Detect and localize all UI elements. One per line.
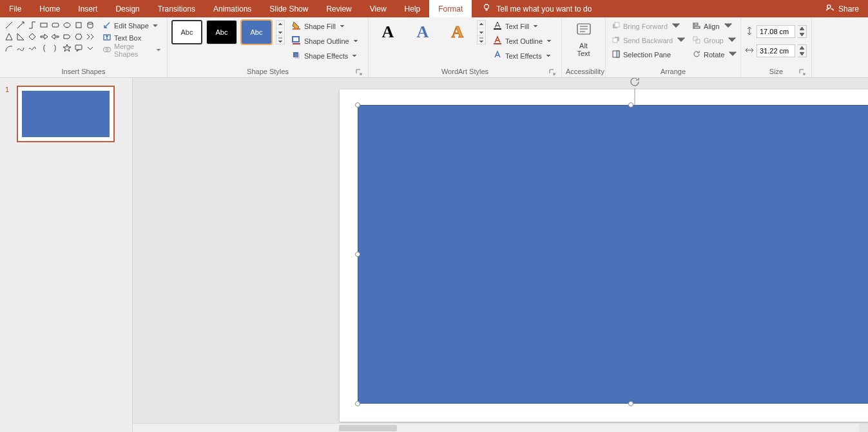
merge-shapes-button: Merge Shapes — [101, 44, 163, 56]
shape-hexagon-icon[interactable] — [73, 32, 84, 42]
slide-canvas-area[interactable] — [133, 78, 868, 432]
spinner-down-icon[interactable] — [798, 32, 806, 37]
wordart-preset-3[interactable]: A — [442, 20, 473, 44]
wordart-gallery-scroll[interactable] — [477, 20, 486, 44]
wordart-preset-2[interactable]: A — [407, 20, 438, 44]
shape-rtriangle-icon[interactable] — [15, 32, 26, 42]
shape-effects-button[interactable]: Shape Effects — [290, 50, 360, 62]
tab-help[interactable]: Help — [396, 0, 430, 17]
resize-handle-tm[interactable] — [628, 102, 633, 108]
rotate-label: Rotate — [704, 51, 724, 59]
shape-styles-gallery[interactable]: Abc Abc Abc — [171, 20, 272, 44]
gallery-up-icon[interactable] — [477, 21, 485, 28]
shape-chevron-icon[interactable] — [85, 32, 95, 42]
workspace: 1 — [0, 78, 868, 432]
horizontal-scrollbar[interactable] — [133, 423, 859, 432]
align-button[interactable]: Align — [690, 20, 739, 33]
resize-handle-bl[interactable] — [355, 401, 360, 406]
spinner-up-icon[interactable] — [798, 26, 806, 32]
selected-rectangle-shape[interactable] — [358, 105, 868, 404]
resize-handle-ml[interactable] — [355, 252, 360, 257]
shape-curve-icon[interactable] — [15, 43, 26, 53]
shape-pentagon-icon[interactable] — [62, 32, 72, 42]
shapes-gallery[interactable] — [4, 20, 95, 53]
text-fill-button[interactable]: Text Fill — [491, 20, 553, 33]
resize-handle-bm[interactable] — [628, 401, 633, 406]
svg-rect-2 — [41, 23, 47, 27]
selection-pane-button[interactable]: Selection Pane — [610, 48, 688, 61]
group-label: Group — [704, 37, 724, 44]
shape-cylinder-icon[interactable] — [85, 20, 95, 30]
spinner-up-icon[interactable] — [798, 45, 806, 51]
edit-shape-button[interactable]: Edit Shape — [101, 20, 163, 32]
rotate-button[interactable]: Rotate — [690, 48, 739, 61]
group-arrange: Bring Forward Send Backward Selection Pa… — [606, 17, 741, 77]
text-outline-button[interactable]: Text Outline — [491, 35, 553, 48]
tab-slideshow[interactable]: Slide Show — [260, 0, 317, 17]
dialog-launcher-icon[interactable] — [798, 68, 806, 76]
shape-connector-icon[interactable] — [27, 20, 37, 30]
lightbulb-icon — [482, 3, 491, 14]
svg-point-1 — [827, 5, 831, 8]
slide-thumbnail-1[interactable] — [17, 86, 115, 142]
slide[interactable] — [340, 89, 868, 422]
gallery-more-icon[interactable] — [276, 36, 284, 44]
share-button[interactable]: Share — [816, 0, 868, 17]
spinner-down-icon[interactable] — [798, 51, 806, 57]
tab-review[interactable]: Review — [317, 0, 360, 17]
gallery-scroll[interactable] — [276, 20, 285, 44]
width-spinner[interactable] — [798, 44, 807, 57]
chevron-down-icon — [156, 46, 161, 54]
shape-more-chevron-icon[interactable] — [85, 43, 95, 53]
shape-triangle-icon[interactable] — [4, 32, 14, 42]
wordart-gallery[interactable]: A A A — [372, 20, 473, 44]
shape-roundrect-icon[interactable] — [50, 20, 61, 30]
alt-text-button[interactable]: Alt Text — [571, 20, 597, 59]
shape-arrow-right-icon[interactable] — [39, 32, 49, 42]
tell-me-search[interactable]: Tell me what you want to do — [472, 0, 592, 17]
tab-format[interactable]: Format — [429, 0, 472, 17]
shape-outline-button[interactable]: Shape Outline — [290, 35, 360, 48]
chevron-down-icon — [533, 23, 538, 30]
scrollbar-thumb[interactable] — [339, 425, 397, 431]
dialog-launcher-icon[interactable] — [548, 68, 556, 76]
tab-view[interactable]: View — [361, 0, 396, 17]
shape-rect-icon[interactable] — [39, 20, 49, 30]
slide-thumbnail-panel: 1 — [0, 78, 133, 432]
gallery-down-icon[interactable] — [477, 28, 485, 36]
text-effects-button[interactable]: Text Effects — [491, 50, 553, 62]
shape-diamond-icon[interactable] — [27, 32, 37, 42]
shape-brace2-icon[interactable] — [50, 43, 61, 53]
shape-arc-icon[interactable] — [4, 43, 14, 53]
tab-file[interactable]: File — [0, 0, 30, 17]
shape-arrow-left-icon[interactable] — [50, 32, 61, 42]
shape-square-icon[interactable] — [73, 20, 84, 30]
gallery-down-icon[interactable] — [276, 28, 284, 36]
height-spinner[interactable] — [798, 25, 807, 38]
shape-callout-icon[interactable] — [73, 43, 84, 53]
chevron-down-icon — [671, 21, 680, 32]
tab-transitions[interactable]: Transitions — [149, 0, 204, 17]
tab-design[interactable]: Design — [106, 0, 148, 17]
chevron-down-icon — [728, 50, 737, 60]
shape-style-preset-3[interactable]: Abc — [241, 20, 272, 44]
resize-handle-tl[interactable] — [355, 102, 360, 108]
wordart-preset-1[interactable]: A — [372, 20, 403, 44]
gallery-more-icon[interactable] — [477, 36, 485, 44]
shape-wave-icon[interactable] — [27, 43, 37, 53]
shape-star-icon[interactable] — [62, 43, 72, 53]
shape-fill-button[interactable]: Shape Fill — [290, 20, 360, 33]
dialog-launcher-icon[interactable] — [355, 68, 363, 76]
shape-line-icon[interactable] — [4, 20, 14, 30]
tab-insert[interactable]: Insert — [69, 0, 106, 17]
shape-oval-icon[interactable] — [62, 20, 72, 30]
shape-height-input[interactable] — [757, 25, 795, 38]
shape-line-arrow-icon[interactable] — [15, 20, 26, 30]
tab-animations[interactable]: Animations — [204, 0, 260, 17]
shape-brace-icon[interactable] — [39, 43, 49, 53]
tab-home[interactable]: Home — [30, 0, 69, 17]
gallery-up-icon[interactable] — [276, 21, 284, 28]
shape-style-preset-2[interactable]: Abc — [206, 20, 237, 44]
shape-style-preset-1[interactable]: Abc — [171, 20, 202, 44]
shape-width-input[interactable] — [757, 44, 795, 57]
